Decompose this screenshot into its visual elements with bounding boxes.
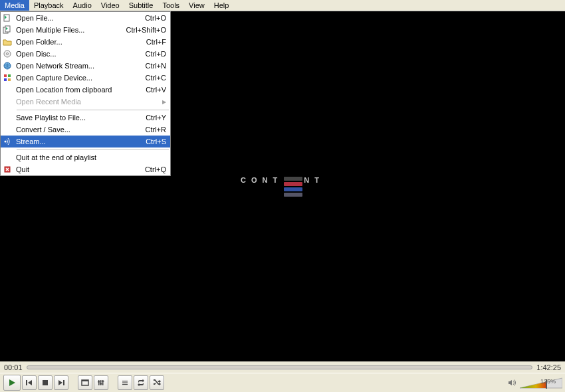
mute-button[interactable] — [507, 375, 517, 390]
disc-icon — [2, 49, 13, 59]
menu-shortcut: Ctrl+D — [146, 50, 166, 58]
seek-slider[interactable] — [27, 365, 533, 369]
menu-save-playlist[interactable]: Save Playlist to File... Ctrl+Y — [1, 112, 170, 124]
menu-label: Open Recent Media — [16, 98, 160, 106]
svg-point-12 — [5, 141, 7, 143]
extended-settings-button[interactable] — [94, 375, 108, 390]
svg-rect-15 — [26, 380, 27, 385]
svg-marker-14 — [9, 379, 15, 386]
content-logo: CONT NT — [241, 176, 324, 197]
menu-label: Save Playlist to File... — [16, 114, 146, 122]
stream-icon — [2, 136, 13, 147]
fullscreen-button[interactable] — [78, 375, 92, 390]
menu-shortcut: Ctrl+V — [146, 86, 166, 94]
menu-convert[interactable]: Convert / Save... Ctrl+R — [1, 124, 170, 136]
menu-label: Stream... — [16, 138, 146, 146]
menu-label: Quit at the end of playlist — [16, 153, 166, 161]
menu-open-capture[interactable]: Open Capture Device... Ctrl+C — [1, 72, 170, 84]
previous-button[interactable] — [22, 375, 37, 390]
menubar-item-video[interactable]: Video — [96, 0, 124, 11]
menu-quit[interactable]: Quit Ctrl+Q — [1, 163, 170, 175]
menubar-item-subtitle[interactable]: Subtitle — [124, 0, 158, 11]
svg-rect-23 — [100, 380, 102, 385]
menu-shortcut: Ctrl+R — [146, 126, 166, 134]
menu-shortcut: Ctrl+S — [146, 138, 166, 146]
controls-toolbar: 125% — [0, 373, 565, 392]
menu-label: Open Folder... — [16, 38, 146, 46]
menu-separator — [17, 110, 169, 110]
svg-rect-10 — [4, 78, 7, 81]
blank-icon — [2, 152, 13, 163]
menu-open-multiple[interactable]: Open Multiple Files... Ctrl+Shift+O — [1, 24, 170, 36]
svg-rect-25 — [98, 381, 100, 383]
menubar-item-tools[interactable]: Tools — [158, 0, 184, 11]
blank-icon — [2, 112, 13, 123]
menu-shortcut: Ctrl+Shift+O — [126, 26, 166, 34]
quit-icon — [2, 164, 13, 175]
stop-button[interactable] — [38, 375, 53, 390]
logo-text-left: CONT — [241, 176, 282, 197]
menubar-item-help[interactable]: Help — [209, 0, 234, 11]
svg-point-6 — [7, 53, 9, 55]
network-icon — [2, 60, 13, 71]
capture-icon — [2, 72, 13, 83]
menu-stream[interactable]: Stream... Ctrl+S — [1, 136, 170, 147]
file-icon — [2, 13, 13, 23]
svg-marker-16 — [28, 380, 32, 385]
menu-open-file[interactable]: Open File... Ctrl+O — [1, 12, 170, 24]
menu-open-folder[interactable]: Open Folder... Ctrl+F — [1, 36, 170, 48]
svg-marker-18 — [58, 380, 62, 385]
svg-rect-8 — [4, 74, 7, 77]
volume-area: 125% — [506, 375, 562, 390]
menubar-item-audio[interactable]: Audio — [68, 0, 96, 11]
volume-slider[interactable]: 125% — [520, 377, 562, 389]
menu-open-disc[interactable]: Open Disc... Ctrl+D — [1, 48, 170, 60]
menu-shortcut: Ctrl+C — [146, 74, 166, 82]
svg-rect-19 — [63, 380, 64, 385]
blank-icon — [2, 124, 13, 135]
menu-open-recent: Open Recent Media ▶ — [1, 96, 170, 108]
svg-rect-17 — [43, 380, 48, 385]
menu-label: Open Network Stream... — [16, 62, 146, 70]
loop-button[interactable] — [134, 375, 148, 390]
shuffle-button[interactable] — [150, 375, 164, 390]
svg-rect-9 — [8, 74, 11, 77]
menu-shortcut: Ctrl+N — [146, 62, 166, 70]
menu-shortcut: Ctrl+Q — [145, 165, 166, 173]
seek-bar-row: 00:01 1:42:25 — [0, 361, 565, 373]
svg-rect-22 — [98, 380, 100, 385]
menu-label: Open Capture Device... — [16, 74, 146, 82]
menu-quit-end[interactable]: Quit at the end of playlist — [1, 151, 170, 163]
menu-separator — [17, 149, 169, 150]
menu-open-clipboard[interactable]: Open Location from clipboard Ctrl+V — [1, 84, 170, 96]
play-button[interactable] — [3, 375, 21, 391]
svg-rect-27 — [102, 381, 104, 382]
menu-label: Open Location from clipboard — [16, 86, 146, 94]
chevron-right-icon: ▶ — [162, 99, 166, 105]
menubar-item-view[interactable]: View — [184, 0, 209, 11]
menubar: Media Playback Audio Video Subtitle Tool… — [0, 0, 565, 11]
menubar-item-playback[interactable]: Playback — [29, 0, 68, 11]
svg-rect-11 — [8, 78, 11, 81]
time-total: 1:42:25 — [536, 363, 561, 371]
files-icon — [2, 25, 13, 35]
logo-bars-icon — [284, 176, 302, 197]
menubar-item-media[interactable]: Media — [0, 0, 29, 11]
menu-label: Quit — [16, 165, 145, 173]
menu-label: Convert / Save... — [16, 126, 146, 134]
folder-icon — [2, 37, 13, 47]
menu-label: Open Disc... — [16, 50, 146, 58]
logo-text-right: NT — [304, 176, 324, 197]
menu-label: Open Multiple Files... — [16, 26, 126, 34]
time-elapsed: 00:01 — [4, 363, 23, 371]
blank-icon — [2, 96, 13, 107]
svg-rect-28 — [122, 381, 128, 381]
playlist-button[interactable] — [118, 375, 132, 390]
menu-label: Open File... — [16, 14, 145, 22]
media-dropdown: Open File... Ctrl+O Open Multiple Files.… — [0, 11, 171, 176]
next-button[interactable] — [54, 375, 68, 390]
menu-open-network[interactable]: Open Network Stream... Ctrl+N — [1, 60, 170, 72]
blank-icon — [2, 84, 13, 95]
menu-shortcut: Ctrl+F — [146, 38, 166, 46]
menu-shortcut: Ctrl+O — [145, 14, 166, 22]
